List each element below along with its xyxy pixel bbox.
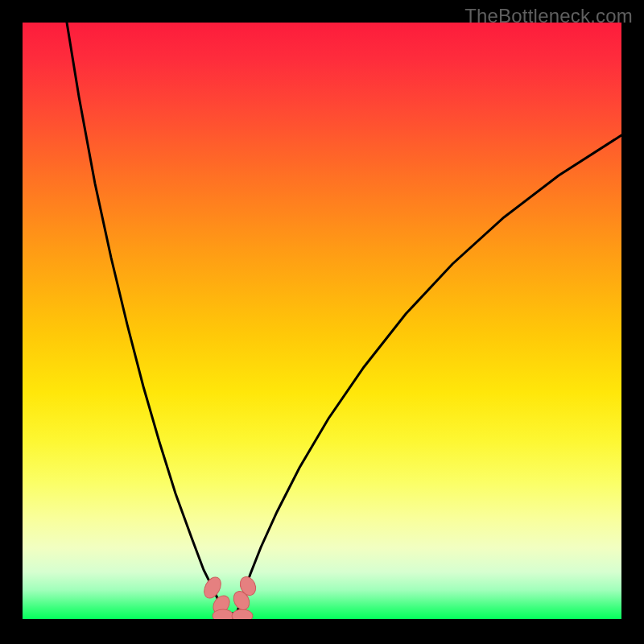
bottom-border (23, 619, 621, 621)
series-left-curve (67, 23, 224, 613)
curve-overlay (23, 23, 621, 620)
watermark-text: TheBottleneck.com (464, 5, 633, 27)
series-right-curve (237, 135, 621, 613)
chart-frame: TheBottleneck.com (0, 0, 644, 644)
plot-area (23, 23, 621, 620)
